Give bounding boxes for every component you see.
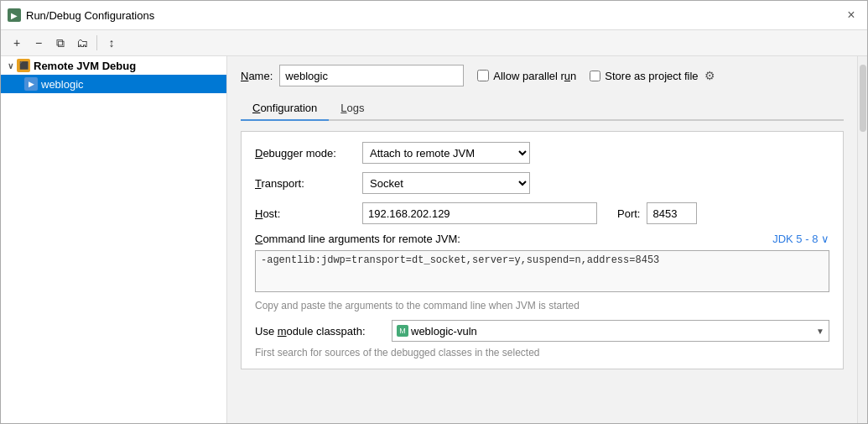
add-button[interactable]: + [8,34,26,52]
tabs-bar: Configuration Logs [241,97,844,121]
tree-group-remote-jvm[interactable]: ∨ ⬛ Remote JVM Debug [1,56,226,75]
move-button[interactable]: 🗂 [73,34,91,52]
right-panel: Name: Allow parallel run Store as projec… [227,56,857,423]
name-label: Name: [241,70,273,82]
port-label: Port: [617,207,640,220]
close-button[interactable]: × [842,6,860,24]
main-window: ▶ Run/Debug Configurations × + − ⧉ 🗂 ↕ ∨… [0,0,868,424]
tab-logs[interactable]: Logs [329,97,376,121]
tree-arrow: ∨ [8,61,13,71]
tree-item-weblogic[interactable]: ▶ weblogic [1,75,226,93]
module-classpath-row: Use module classpath: M weblogic-vuln ▼ [255,320,829,342]
store-project-label: Store as project file [605,70,698,82]
module-select[interactable]: weblogic-vuln [392,320,829,342]
left-panel: ∨ ⬛ Remote JVM Debug ▶ weblogic [1,56,227,423]
header-row: Name: Allow parallel run Store as projec… [241,65,844,86]
allow-parallel-label: Allow parallel run [493,70,576,82]
host-label: Host: [255,207,356,220]
debugger-mode-select[interactable]: Attach to remote JVM Listen to remote JV… [362,142,530,164]
gear-icon[interactable]: ⚙ [703,68,718,83]
tab-configuration[interactable]: Configuration [241,97,329,121]
scrollbar[interactable] [857,56,867,423]
transport-select[interactable]: Socket Shared memory [362,172,530,194]
transport-row: Transport: Socket Shared memory [255,172,829,194]
store-project-checkbox[interactable] [590,71,600,81]
cmd-header: Command line arguments for remote JVM: J… [255,233,829,245]
cmd-textarea[interactable]: -agentlib:jdwp=transport=dt_socket,serve… [255,250,829,292]
app-icon: ▶ [8,8,21,22]
remote-jvm-icon: ⬛ [17,59,30,72]
allow-parallel-row: Allow parallel run [477,70,576,82]
debugger-mode-row: Debugger mode: Attach to remote JVM List… [255,142,829,164]
debugger-mode-label: Debugger mode: [255,147,356,160]
host-port-row: Host: Port: [255,202,829,224]
toolbar-separator [96,35,97,50]
toolbar: + − ⧉ 🗂 ↕ [1,30,867,56]
copy-button[interactable]: ⧉ [51,34,70,52]
tree-group-label: Remote JVM Debug [34,60,136,72]
host-input[interactable] [362,202,597,224]
window-title: Run/Debug Configurations [26,9,154,22]
tree-item-label: weblogic [41,78,84,91]
weblogic-icon: ▶ [24,77,38,91]
sort-button[interactable]: ↕ [102,34,121,52]
cmd-label: Command line arguments for remote JVM: [255,233,460,245]
name-input[interactable] [279,65,464,86]
module-label: Use module classpath: [255,325,385,338]
jdk-link[interactable]: JDK 5 - 8 ∨ [772,233,829,245]
remove-button[interactable]: − [29,34,48,52]
config-panel: Debugger mode: Attach to remote JVM List… [241,131,844,369]
allow-parallel-checkbox[interactable] [477,70,489,81]
first-search-text: First search for sources of the debugged… [255,347,829,359]
main-content: ∨ ⬛ Remote JVM Debug ▶ weblogic Name: Al… [1,56,867,423]
store-project-row: Store as project file ⚙ [590,68,717,83]
port-input[interactable] [647,202,697,224]
hint-text: Copy and paste the arguments to the comm… [255,300,829,311]
transport-label: Transport: [255,177,356,190]
title-bar-left: ▶ Run/Debug Configurations [8,8,154,22]
scrollbar-thumb[interactable] [860,65,866,132]
name-row: Name: [241,65,464,86]
module-select-wrapper: M weblogic-vuln ▼ [392,320,829,342]
title-bar: ▶ Run/Debug Configurations × [1,1,867,30]
